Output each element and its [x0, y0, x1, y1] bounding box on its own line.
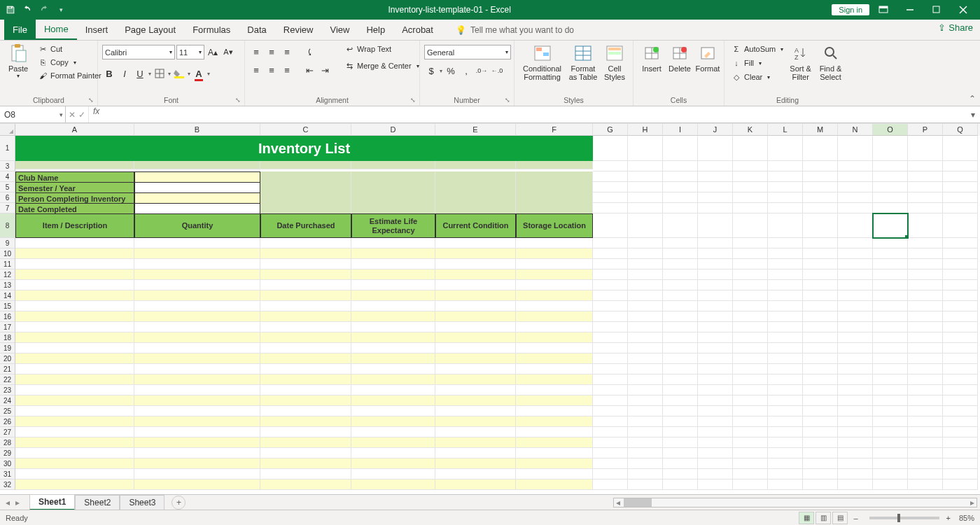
number-dialog-launcher[interactable]: ⤡	[505, 97, 512, 104]
cell[interactable]	[838, 136, 873, 161]
sheet-tab-1[interactable]: Sheet1	[29, 494, 75, 510]
font-size-select[interactable]: 11▾	[176, 45, 204, 59]
tab-review[interactable]: Review	[275, 20, 322, 40]
cell[interactable]	[351, 270, 435, 280]
cell[interactable]	[260, 238, 351, 248]
row-header[interactable]: 7	[0, 203, 15, 214]
cell[interactable]	[663, 396, 698, 406]
cell[interactable]	[134, 343, 260, 354]
cell[interactable]	[628, 343, 663, 354]
cell[interactable]	[733, 427, 768, 438]
cell[interactable]	[351, 280, 435, 290]
cell[interactable]	[733, 458, 768, 469]
cell[interactable]	[768, 312, 803, 322]
formula-input[interactable]	[104, 106, 966, 122]
cell[interactable]	[733, 469, 768, 479]
cell[interactable]	[803, 248, 838, 259]
format-cells-button[interactable]: Format	[694, 43, 722, 73]
cell[interactable]	[134, 332, 260, 343]
cell[interactable]	[803, 406, 838, 416]
cell[interactable]	[628, 469, 663, 479]
cell[interactable]	[838, 161, 873, 172]
cell[interactable]	[260, 343, 351, 354]
autosum-button[interactable]: ΣAutoSum▾	[729, 43, 786, 55]
cell[interactable]	[698, 290, 733, 301]
cell[interactable]	[628, 385, 663, 396]
row-header[interactable]: 16	[0, 312, 15, 322]
cell[interactable]	[838, 238, 873, 248]
cell[interactable]	[593, 248, 628, 259]
cell[interactable]	[435, 259, 516, 270]
row-header[interactable]: 29	[0, 448, 15, 458]
cell[interactable]	[838, 427, 873, 438]
row-header[interactable]: 27	[0, 427, 15, 438]
cell[interactable]	[768, 290, 803, 301]
row-header[interactable]: 11	[0, 259, 15, 270]
cell[interactable]	[663, 354, 698, 364]
cell[interactable]	[873, 438, 908, 448]
row-header[interactable]: 31	[0, 469, 15, 479]
cell[interactable]	[15, 479, 134, 490]
cell[interactable]	[698, 469, 733, 479]
cell[interactable]	[943, 469, 978, 479]
cell[interactable]	[943, 290, 978, 301]
collapse-ribbon-icon[interactable]: ⌃	[969, 94, 976, 104]
cell[interactable]	[943, 192, 978, 203]
decrease-indent-button[interactable]: ⇤	[302, 63, 316, 77]
cell[interactable]	[908, 203, 943, 214]
col-header[interactable]: J	[698, 124, 733, 136]
cell[interactable]	[768, 270, 803, 280]
font-color-button[interactable]: A	[192, 66, 206, 80]
cell[interactable]	[698, 406, 733, 416]
cell[interactable]	[15, 343, 134, 354]
cell[interactable]	[698, 301, 733, 312]
cell[interactable]	[698, 448, 733, 458]
cell[interactable]	[803, 354, 838, 364]
cell[interactable]	[873, 364, 908, 374]
cell[interactable]	[768, 192, 803, 203]
cell[interactable]	[838, 203, 873, 214]
cell[interactable]	[908, 192, 943, 203]
cell[interactable]: Item / Description	[15, 214, 134, 238]
cell[interactable]	[733, 248, 768, 259]
font-dialog-launcher[interactable]: ⤡	[235, 97, 242, 104]
delete-cells-button[interactable]: Delete	[666, 43, 694, 73]
cell[interactable]	[768, 172, 803, 182]
cell[interactable]	[435, 458, 516, 469]
cell[interactable]	[733, 406, 768, 416]
cell[interactable]	[803, 214, 838, 238]
cell[interactable]	[803, 458, 838, 469]
cell[interactable]	[628, 136, 663, 161]
cell[interactable]	[593, 448, 628, 458]
cell[interactable]	[908, 416, 943, 427]
cell[interactable]	[908, 280, 943, 290]
cell[interactable]	[593, 438, 628, 448]
cell[interactable]	[15, 270, 134, 280]
tab-help[interactable]: Help	[358, 20, 393, 40]
cell[interactable]	[351, 364, 435, 374]
cell[interactable]	[593, 161, 628, 172]
cell[interactable]	[733, 343, 768, 354]
cell[interactable]	[663, 406, 698, 416]
cell[interactable]	[838, 312, 873, 322]
cell[interactable]	[873, 354, 908, 364]
cell[interactable]	[803, 280, 838, 290]
cell[interactable]	[134, 312, 260, 322]
cell[interactable]	[351, 479, 435, 490]
row-header[interactable]: 23	[0, 385, 15, 396]
col-header[interactable]: D	[351, 124, 435, 136]
cell[interactable]	[516, 364, 593, 374]
horizontal-scrollbar[interactable]: ◂▸	[613, 498, 977, 507]
cell[interactable]	[943, 416, 978, 427]
cell[interactable]	[628, 203, 663, 214]
cell[interactable]	[628, 448, 663, 458]
cell[interactable]	[943, 238, 978, 248]
col-header[interactable]: A	[15, 124, 134, 136]
cell[interactable]	[733, 312, 768, 322]
cell[interactable]	[733, 385, 768, 396]
cell[interactable]	[803, 161, 838, 172]
cell[interactable]	[698, 343, 733, 354]
cell[interactable]	[908, 270, 943, 280]
save-icon[interactable]	[4, 4, 17, 16]
row-header[interactable]: 19	[0, 343, 15, 354]
